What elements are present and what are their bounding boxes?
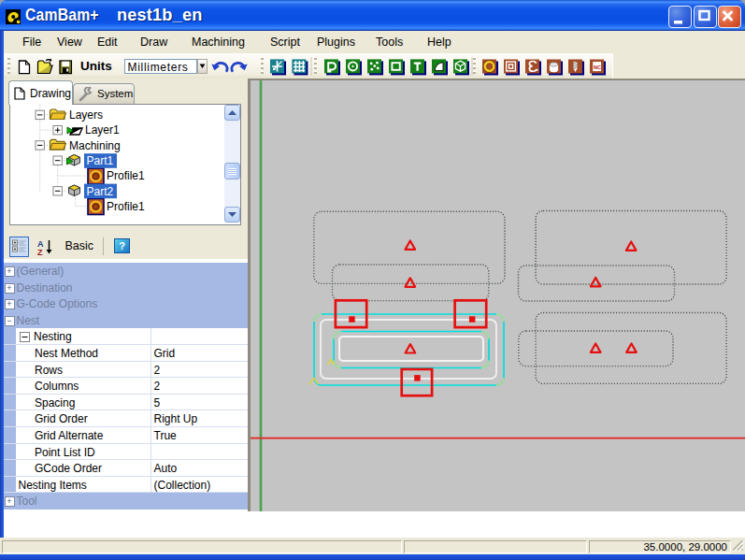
svg-text:Profile1: Profile1 <box>107 169 145 182</box>
svg-text:Part2: Part2 <box>87 185 114 198</box>
svg-text:Profile1: Profile1 <box>107 200 145 213</box>
svg-text:Layer1: Layer1 <box>85 123 120 136</box>
svg-text:Machining: Machining <box>69 139 121 152</box>
svg-text:NC: NC <box>594 65 601 70</box>
svg-text:Z: Z <box>37 248 43 257</box>
svg-text:Layers: Layers <box>69 108 103 122</box>
svg-text:Part1: Part1 <box>87 154 114 167</box>
